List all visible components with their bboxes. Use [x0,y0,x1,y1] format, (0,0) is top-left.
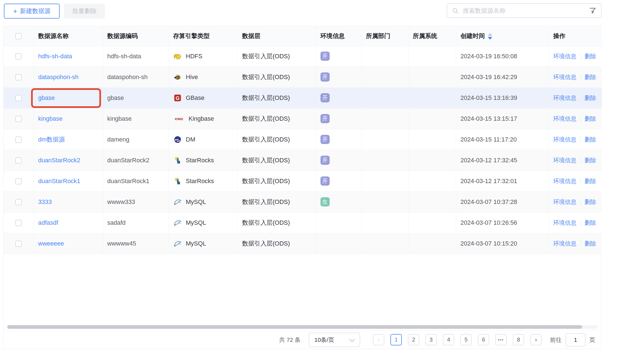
delete-action-link[interactable]: 删除 [585,95,596,101]
env-badge: 开 [320,135,330,144]
env-info-action-link[interactable]: 环境信息 [553,136,577,143]
engine-type-label: Hive [186,74,198,81]
starrocks-icon [173,156,182,165]
department-cell [361,191,408,212]
created-time: 2024-03-15 13:16:39 [456,87,549,108]
row-checkbox[interactable] [15,74,22,80]
delete-action-link[interactable]: 删除 [585,115,596,122]
data-layer-label: 数据引入层(ODS) [238,150,316,171]
data-layer-label: 数据引入层(ODS) [238,87,316,108]
page-number-button[interactable]: 4 [443,334,454,345]
env-info-action-link[interactable]: 环境信息 [553,199,577,205]
table-row[interactable]: dataspohon-shdataspohon-shHive数据引入层(ODS)… [4,67,602,87]
page-number-button[interactable]: 8 [513,334,524,345]
delete-action-link[interactable]: 删除 [585,219,596,226]
row-checkbox[interactable] [15,53,22,60]
datasource-name-link[interactable]: wweeeee [38,240,64,247]
select-all-checkbox[interactable] [15,33,22,39]
system-cell [408,87,456,108]
table-row[interactable]: kingbasekingbaseKINGKingbase数据引入层(ODS)开2… [4,108,602,129]
delete-action-link[interactable]: 删除 [585,240,596,247]
env-info-action-link[interactable]: 环境信息 [553,240,577,247]
sort-asc-icon[interactable] [488,33,492,36]
table-row[interactable]: hdfs-sh-datahdfs-sh-dataHDFS数据引入层(ODS)开2… [4,46,602,67]
page-size-select[interactable]: 10条/页 [309,333,360,347]
page-size-value: 10条/页 [314,336,334,344]
mysql-dolphin-icon [173,198,182,206]
table-row[interactable]: duanStarRock2duanStarRock2StarRocks数据引入层… [4,150,602,171]
env-info-action-link[interactable]: 环境信息 [553,219,577,226]
page-number-button[interactable]: 2 [408,334,419,345]
row-checkbox[interactable] [15,136,22,143]
datasource-code: dataspohon-sh [103,67,168,87]
env-info-action-link[interactable]: 环境信息 [553,74,577,80]
search-input[interactable] [462,7,585,15]
action-divider [580,116,581,122]
row-checkbox[interactable] [15,95,22,101]
table-row[interactable]: dm数据源damengDM数据引入层(ODS)开2024-03-15 11:17… [4,129,602,150]
header-name: 数据源名称 [34,26,103,46]
search-icon [452,7,459,14]
table-row[interactable]: adfasdfsadafdMySQL数据引入层(ODS)2024-03-07 1… [4,212,602,233]
row-checkbox[interactable] [15,157,22,164]
delete-action-link[interactable]: 删除 [585,199,596,205]
department-cell [361,108,408,129]
datasource-name-link[interactable]: kingbase [38,115,63,122]
goto-page-input[interactable] [566,333,585,347]
filter-funnel-icon[interactable] [589,7,597,15]
action-divider [580,199,581,206]
sort-desc-icon[interactable] [488,37,492,40]
table-row[interactable]: gbasegbaseGGBase数据引入层(ODS)开2024-03-15 13… [4,87,602,108]
total-count-label: 共 72 条 [279,336,301,344]
search-box[interactable] [447,3,602,18]
datasource-name-link[interactable]: hdfs-sh-data [38,53,72,60]
row-checkbox[interactable] [15,241,22,247]
pagination-bar: 共 72 条 10条/页 ‹ 123456•••8 › 前往 页 [4,330,601,349]
datasource-name-link[interactable]: duanStarRock2 [38,157,80,164]
table-row[interactable]: 3333wwww333MySQL数据引入层(ODS)生2024-03-07 10… [4,191,602,212]
batch-delete-button[interactable]: 批量删除 [64,4,105,19]
page-number-button[interactable]: 3 [425,334,437,345]
datasource-name-link[interactable]: dataspohon-sh [38,74,79,80]
env-info-action-link[interactable]: 环境信息 [553,115,577,122]
delete-action-link[interactable]: 删除 [585,136,596,143]
row-checkbox[interactable] [15,116,22,122]
plus-icon: + [13,7,17,15]
next-page-button[interactable]: › [530,334,542,345]
row-checkbox[interactable] [15,199,22,205]
page-number-button[interactable]: 6 [478,334,489,345]
goto-suffix-label: 页 [589,336,595,344]
header-created-label: 创建时间 [461,32,485,39]
engine-type-label: Kingbase [189,115,214,122]
delete-action-link[interactable]: 删除 [585,157,596,163]
delete-action-link[interactable]: 删除 [585,74,596,80]
row-checkbox[interactable] [15,178,22,184]
delete-action-link[interactable]: 删除 [585,53,596,59]
datasource-name-link[interactable]: dm数据源 [38,136,65,143]
system-cell [408,212,456,233]
svg-text:G: G [175,95,179,101]
horizontal-scrollbar-track[interactable] [7,325,598,329]
env-info-action-link[interactable]: 环境信息 [553,95,577,101]
page-ellipsis-button[interactable]: ••• [495,334,507,345]
datasource-name-link[interactable]: gbase [38,94,55,101]
env-info-action-link[interactable]: 环境信息 [553,178,577,184]
new-datasource-button[interactable]: + 新建数据源 [4,4,60,19]
table-row[interactable]: duanStarRock1duanStarRock1StarRocks数据引入层… [4,171,602,191]
datasource-name-link[interactable]: 3333 [38,198,52,205]
datasource-name-link[interactable]: duanStarRock1 [38,178,80,184]
engine-type-label: MySQL [186,198,206,206]
delete-action-link[interactable]: 删除 [585,178,596,184]
page-number-button[interactable]: 5 [460,334,472,345]
sort-carets-icon[interactable] [488,33,492,40]
horizontal-scrollbar-thumb[interactable] [7,325,582,329]
created-time: 2024-03-19 16:42:29 [456,67,549,87]
env-info-action-link[interactable]: 环境信息 [553,157,577,163]
data-layer-label: 数据引入层(ODS) [238,171,316,191]
table-row[interactable]: wweeeeewwwww45MySQL数据引入层(ODS)2024-03-07 … [4,233,602,254]
datasource-name-link[interactable]: adfasdf [38,219,58,226]
page-number-button[interactable]: 1 [390,334,402,345]
row-checkbox[interactable] [15,220,22,226]
prev-page-button[interactable]: ‹ [373,334,384,345]
env-info-action-link[interactable]: 环境信息 [553,53,577,59]
